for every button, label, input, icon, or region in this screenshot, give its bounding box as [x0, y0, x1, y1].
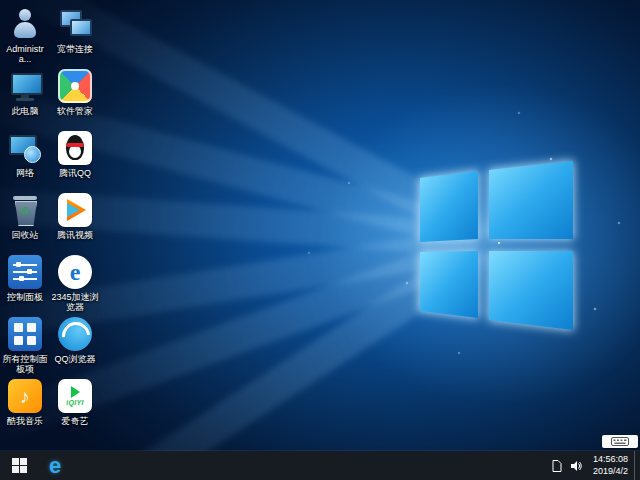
notification-document-icon[interactable]	[552, 460, 562, 472]
control-panel-icon	[8, 255, 42, 289]
desktop-icon-network[interactable]: 网络	[0, 127, 50, 189]
icon-label: 网络	[16, 168, 34, 178]
iqiyi-icon: iQIYI	[58, 379, 92, 413]
desktop-icon-tencent-qq[interactable]: 腾讯QQ	[50, 127, 100, 189]
icon-label: Administra...	[1, 44, 49, 65]
icon-label: 回收站	[12, 230, 39, 240]
icon-label: 宽带连接	[57, 44, 93, 54]
keyboard-icon	[611, 437, 629, 446]
icon-label: 酷我音乐	[7, 416, 43, 426]
tencent-video-icon	[58, 193, 92, 227]
2345-browser-icon: e	[58, 255, 92, 289]
software-manager-icon	[58, 69, 92, 103]
desktop-icon-qq-browser[interactable]: QQ浏览器	[50, 313, 100, 375]
windows-logo-icon	[12, 458, 27, 473]
icon-label: 爱奇艺	[62, 416, 89, 426]
taskbar: e 14:56:08 2019/4/2	[0, 451, 640, 480]
taskbar-clock[interactable]: 14:56:08 2019/4/2	[593, 454, 628, 477]
volume-icon[interactable]	[570, 460, 583, 472]
desktop-icon-kuwo-music[interactable]: ♪ 酷我音乐	[0, 375, 50, 437]
desktop-icon-2345-browser[interactable]: e 2345加速浏览器	[50, 251, 100, 313]
icon-label: 此电脑	[12, 106, 39, 116]
clock-time: 14:56:08	[593, 454, 628, 465]
broadband-connection-icon	[58, 7, 92, 41]
recycle-bin-icon: ♻	[8, 193, 42, 227]
desktop-icon-this-pc[interactable]: 此电脑	[0, 65, 50, 127]
desktop-icon-all-control-panel-items[interactable]: 所有控制面板项	[0, 313, 50, 375]
icon-label: 控制面板	[7, 292, 43, 302]
icon-label: 腾讯QQ	[59, 168, 91, 178]
all-control-panel-items-icon	[8, 317, 42, 351]
system-tray: 14:56:08 2019/4/2	[548, 451, 640, 480]
desktop-icon-software-manager[interactable]: 软件管家	[50, 65, 100, 127]
desktop-icon-control-panel[interactable]: 控制面板	[0, 251, 50, 313]
start-button[interactable]	[0, 451, 38, 480]
desktop-icon-iqiyi[interactable]: iQIYI 爱奇艺	[50, 375, 100, 437]
icon-label: 软件管家	[57, 106, 93, 116]
kuwo-music-icon: ♪	[8, 379, 42, 413]
desktop-icon-administrator[interactable]: Administra...	[0, 3, 50, 65]
icon-label: QQ浏览器	[54, 354, 95, 364]
desktop: Administra... 宽带连接 此电脑 软件管家 网络 腾讯QQ ♻ 回收…	[0, 0, 640, 480]
ime-language-bar[interactable]	[602, 435, 638, 448]
desktop-icon-grid: Administra... 宽带连接 此电脑 软件管家 网络 腾讯QQ ♻ 回收…	[0, 3, 100, 437]
icon-label: 所有控制面板项	[1, 354, 49, 375]
desktop-icon-broadband[interactable]: 宽带连接	[50, 3, 100, 65]
network-icon	[8, 131, 42, 165]
wallpaper-sparkles	[498, 242, 500, 244]
computer-icon	[8, 69, 42, 103]
edge-browser-taskbar-button[interactable]: e	[38, 451, 72, 480]
edge-icon: e	[49, 455, 61, 477]
icon-label: 腾讯视频	[57, 230, 93, 240]
qq-penguin-icon	[58, 131, 92, 165]
show-desktop-button[interactable]	[634, 451, 640, 480]
clock-date: 2019/4/2	[593, 466, 628, 477]
icon-label: 2345加速浏览器	[51, 292, 99, 313]
desktop-icon-recycle-bin[interactable]: ♻ 回收站	[0, 189, 50, 251]
user-folder-icon	[8, 7, 42, 41]
qq-browser-icon	[58, 317, 92, 351]
desktop-icon-tencent-video[interactable]: 腾讯视频	[50, 189, 100, 251]
